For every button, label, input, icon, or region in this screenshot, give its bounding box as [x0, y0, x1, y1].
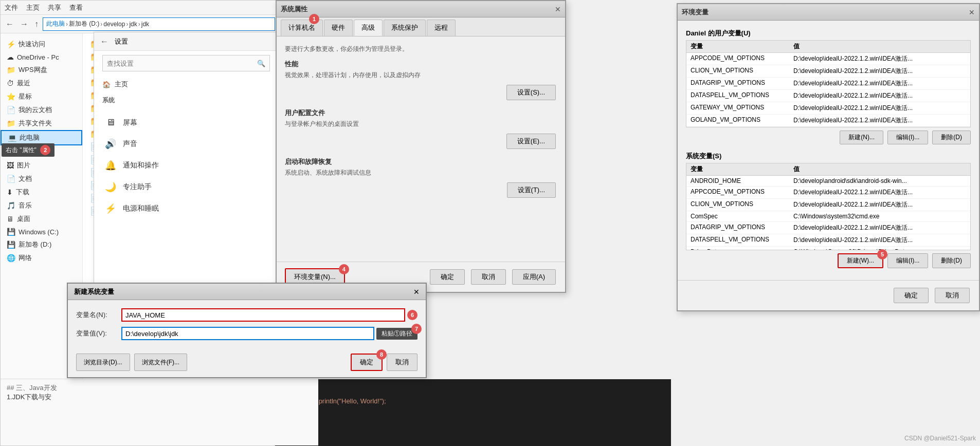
settings-search-bar: 🔍 — [102, 55, 270, 71]
sys-edit-button[interactable]: 编辑(I)... — [887, 253, 928, 268]
sidebar-label: 图片 — [17, 161, 30, 170]
user-delete-button[interactable]: 删除(D) — [932, 131, 971, 144]
back-button[interactable]: ← — [4, 18, 16, 30]
step6-badge: 6 — [407, 310, 418, 320]
tab-remote[interactable]: 远程 — [427, 20, 456, 36]
menu-file[interactable]: 文件 — [5, 3, 18, 12]
menu-view[interactable]: 查看 — [69, 3, 83, 12]
nav-item-focus[interactable]: 🌙 专注助手 — [94, 176, 278, 198]
sys-var-row[interactable]: DriverData C:\Windows\System32\Drivers\D… — [686, 247, 970, 250]
new-var-close-button[interactable]: ✕ — [413, 288, 420, 296]
env-ok-button[interactable]: 确定 — [894, 288, 929, 303]
sys-var-row[interactable]: ComSpec C:\Windows\system32\cmd.exe — [686, 211, 970, 222]
user-var-row[interactable]: GOLAND_VM_OPTIONS D:\develop\idealU-2022… — [686, 115, 970, 127]
music-icon: 🎵 — [7, 201, 15, 210]
sys-var-row[interactable]: DATASPELL_VM_OPTIONS D:\develop\idealU-2… — [686, 234, 970, 247]
header-var-value: 值 — [793, 42, 966, 51]
user-var-row[interactable]: DATASPELL_VM_OPTIONS D:\develop\idealU-2… — [686, 90, 970, 102]
sidebar-item-wps[interactable]: 📁 WPS网盘 — [1, 63, 82, 77]
tab-system-protection[interactable]: 系统保护 — [384, 20, 426, 36]
user-var-row[interactable]: APPCODE_VM_OPTIONS D:\develop\idealU-202… — [686, 53, 970, 65]
step8-badge: 8 — [376, 349, 387, 360]
var-value-input[interactable] — [121, 327, 374, 340]
step1-badge: 1 — [309, 14, 319, 24]
var-value-label: 变量值(V): — [76, 329, 117, 338]
env-dialog-close-button[interactable]: ✕ — [969, 8, 975, 16]
up-button[interactable]: ↑ — [32, 18, 41, 30]
forward-button[interactable]: → — [18, 18, 30, 30]
system-section-label: 系统 — [94, 93, 278, 108]
nav-item-screen[interactable]: 🖥 屏幕 — [94, 112, 278, 133]
settings-search-input[interactable] — [107, 60, 257, 67]
user-new-button[interactable]: 新建(N)... — [840, 131, 883, 144]
tab-advanced[interactable]: 高级 — [354, 20, 383, 36]
apply-button[interactable]: 应用(A) — [512, 269, 556, 285]
new-var-cancel-button[interactable]: 取消 — [387, 354, 418, 371]
address-bar[interactable]: 此电脑 › 新加卷 (D:) › develop › jdk › jdk — [43, 17, 275, 31]
user-var-row[interactable]: GATEWAY_VM_OPTIONS D:\develop\idealU-202… — [686, 102, 970, 115]
user-var-row[interactable]: DATAGRIP_VM_OPTIONS D:\develop\idealU-20… — [686, 78, 970, 90]
sidebar-label: 文档 — [19, 174, 32, 183]
startup-title: 启动和故障恢复 — [285, 157, 557, 166]
sys-var-row[interactable]: CLION_VM_OPTIONS D:\develop\idealU-2022.… — [686, 199, 970, 211]
sidebar-label: WPS网盘 — [19, 65, 47, 75]
sys-header-var-value: 值 — [793, 165, 966, 174]
sidebar-item-this-pc[interactable]: 💻 此电脑 右击 "属性" 2 — [1, 130, 82, 145]
cancel-button[interactable]: 取消 — [471, 269, 506, 285]
drive-d-icon: 💾 — [7, 240, 15, 249]
nav-label: 屏幕 — [123, 118, 137, 127]
sys-delete-button[interactable]: 删除(D) — [932, 253, 971, 268]
sys-var-row[interactable]: DATAGRIP_VM_OPTIONS D:\develop\idealU-20… — [686, 222, 970, 234]
sys-new-button[interactable]: 新建(W)... — [838, 253, 883, 268]
sidebar-item-network[interactable]: 🌐 网络 — [1, 251, 82, 265]
nav-item-sound[interactable]: 🔊 声音 — [94, 133, 278, 155]
sidebar-item-starred[interactable]: ⭐ 星标 — [1, 90, 82, 103]
browse-file-button[interactable]: 浏览文件(F)... — [134, 354, 187, 371]
perf-settings-button[interactable]: 设置(S)... — [506, 85, 556, 100]
startup-settings-button[interactable]: 设置(T)... — [507, 182, 556, 198]
drive-c-icon: 💾 — [7, 228, 15, 236]
env-cancel-button[interactable]: 取消 — [935, 288, 970, 303]
sys-var-row[interactable]: ANDROID_HOME D:\develop\android\sdk\andr… — [686, 176, 970, 187]
user-var-row[interactable]: CLION_VM_OPTIONS D:\develop\idealU-2022.… — [686, 65, 970, 78]
sidebar-item-pictures[interactable]: 🖼 图片 — [1, 159, 82, 172]
browse-dir-button[interactable]: 浏览目录(D)... — [76, 354, 130, 371]
sidebar-label: 快速访问 — [19, 40, 45, 49]
menu-share[interactable]: 共享 — [48, 3, 61, 12]
settings-back-button[interactable]: ← — [100, 37, 108, 46]
tab-hardware[interactable]: 硬件 — [324, 20, 353, 36]
sidebar-item-my-cloud[interactable]: 📄 我的云文档 — [1, 103, 82, 117]
sidebar-item-downloads[interactable]: ⬇ 下载 — [1, 185, 82, 199]
profile-desc: 与登录帐户相关的桌面设置 — [285, 120, 557, 128]
sidebar-item-music[interactable]: 🎵 音乐 — [1, 199, 82, 212]
home-label[interactable]: 主页 — [115, 80, 128, 89]
sidebar-item-desktop[interactable]: 🖥 桌面 — [1, 212, 82, 226]
user-var-row[interactable]: IDEA_VM_OPTIONS D:\develop\idealU-2022.1… — [686, 127, 970, 127]
menu-home[interactable]: 主页 — [26, 3, 40, 12]
desktop-icon: 🖥 — [7, 215, 14, 223]
settings-header: ← 设置 — [94, 32, 278, 51]
sidebar-item-documents[interactable]: 📄 文档 — [1, 172, 82, 185]
sidebar-item-quick-access[interactable]: ⚡ 快速访问 — [1, 38, 82, 51]
profile-settings-button[interactable]: 设置(E)... — [506, 134, 556, 149]
sidebar-item-recent[interactable]: ⏱ 最近 — [1, 77, 82, 90]
var-name-input[interactable] — [121, 308, 405, 322]
notification-icon: 🔔 — [104, 160, 117, 171]
sidebar-item-windows-c[interactable]: 💾 Windows (C:) — [1, 226, 82, 238]
nav-item-power[interactable]: ⚡ 电源和睡眠 — [94, 198, 278, 219]
sidebar-item-drive-d[interactable]: 💾 新加卷 (D:) — [1, 238, 82, 251]
env-vars-dialog: 环境变量 ✕ Daniel 的用户变量(U) 变量 值 APPCODE_VM_O… — [677, 3, 980, 311]
sidebar-item-onedrive[interactable]: ☁ OneDrive - Pc — [1, 51, 82, 63]
settings-home-row: 🏠 主页 — [94, 76, 278, 93]
sys-var-row[interactable]: APPCODE_VM_OPTIONS D:\develop\idealU-202… — [686, 187, 970, 199]
user-vars-title: Daniel 的用户变量(U) — [686, 29, 971, 38]
settings-panel: ← 设置 🔍 🏠 主页 系统 🖥 屏幕 🔊 声音 🔔 通知和操作 🌙 专注助手 … — [94, 32, 279, 284]
sidebar-item-shared[interactable]: 📁 共享文件夹 — [1, 117, 82, 130]
header-var-name: 变量 — [691, 42, 793, 51]
focus-icon: 🌙 — [104, 181, 117, 193]
user-edit-button[interactable]: 编辑(I)... — [887, 131, 928, 144]
power-icon: ⚡ — [104, 203, 117, 214]
nav-item-notifications[interactable]: 🔔 通知和操作 — [94, 155, 278, 176]
ok-button[interactable]: 确定 — [430, 269, 465, 285]
dialog-close-button[interactable]: ✕ — [555, 5, 561, 13]
